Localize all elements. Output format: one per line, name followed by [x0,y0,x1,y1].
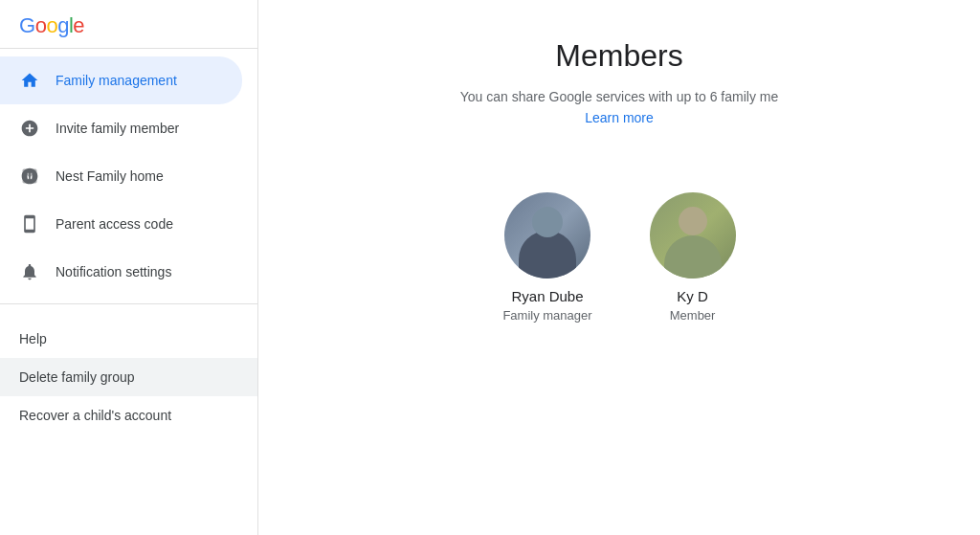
member-name-ky: Ky D [677,288,708,304]
help-link[interactable]: Help [0,320,257,358]
bottom-links: Help Delete family group Recover a child… [0,312,257,442]
sidebar-label-notification: Notification settings [56,264,171,279]
logo-o2: o [46,13,57,38]
sidebar: Google Family management Invite family m… [0,0,258,535]
member-name-ryan: Ryan Dube [511,288,583,304]
logo-o1: o [35,13,47,38]
sidebar-item-nest-family[interactable]: Nest Family home [0,152,242,200]
members-description: You can share Google services with up to… [460,89,779,104]
sidebar-label-family-management: Family management [56,73,177,88]
member-role-ryan: Family manager [502,308,591,323]
logo-g: G [19,13,35,38]
page-title: Members [316,38,923,74]
sidebar-item-notification[interactable]: Notification settings [0,248,242,296]
delete-family-link[interactable]: Delete family group [0,358,257,396]
member-role-ky: Member [670,308,716,323]
phone-icon [19,213,40,234]
logo-e: e [73,13,84,38]
notifications-icon [19,261,40,282]
main-content: Members You can share Google services wi… [258,0,980,535]
recover-child-link[interactable]: Recover a child's account [0,396,257,435]
sidebar-label-invite-family: Invite family member [56,121,179,136]
learn-more-link[interactable]: Learn more [585,110,654,125]
member-card-ky: Ky D Member [650,192,736,323]
nav-menu: Family management Invite family member N… [0,49,257,535]
nest-icon [19,166,40,187]
sidebar-label-parent-access: Parent access code [56,216,173,232]
avatar-ryan [504,192,590,279]
avatar-ky [650,192,736,279]
member-card-ryan: Ryan Dube Family manager [502,192,591,323]
sidebar-label-nest-family: Nest Family home [56,168,164,184]
logo-area: Google [0,0,257,49]
add-circle-icon [19,118,40,139]
sidebar-item-invite-family[interactable]: Invite family member [0,104,242,152]
home-icon [19,70,40,91]
sidebar-item-family-management[interactable]: Family management [0,56,242,104]
sidebar-item-parent-access[interactable]: Parent access code [0,200,242,248]
google-logo: Google [19,13,238,38]
nav-divider [0,303,257,304]
members-list: Ryan Dube Family manager Ky D Member [502,192,735,323]
logo-g2: g [57,13,69,38]
